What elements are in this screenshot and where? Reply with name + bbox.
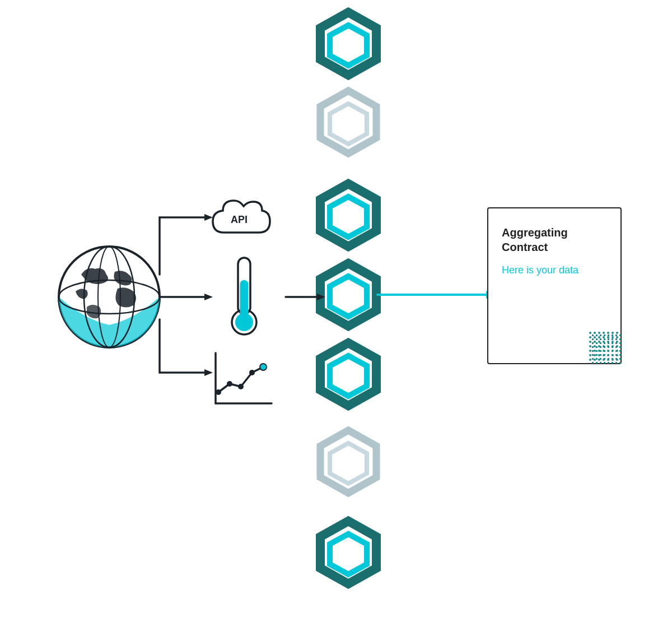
svg-rect-37 — [588, 331, 620, 363]
svg-text:API: API — [231, 214, 248, 225]
svg-marker-9 — [330, 356, 367, 396]
thermometer-icon — [232, 258, 256, 334]
svg-rect-35 — [588, 331, 620, 363]
contract-title: Aggregating Contract — [488, 208, 620, 260]
svg-point-25 — [235, 313, 253, 331]
svg-point-29 — [216, 389, 221, 395]
svg-marker-20 — [204, 369, 213, 376]
svg-marker-13 — [330, 534, 367, 574]
hexagon-1 — [320, 12, 376, 75]
svg-point-30 — [227, 381, 232, 387]
svg-point-15 — [59, 280, 160, 314]
svg-marker-11 — [330, 443, 367, 484]
diagram-container: API — [0, 0, 672, 632]
contract-card: Aggregating Contract Here is your data — [487, 207, 622, 364]
hexagon-2 — [320, 91, 376, 154]
hexagon-3 — [320, 184, 376, 247]
svg-marker-3 — [330, 104, 367, 144]
svg-marker-19 — [204, 294, 213, 300]
svg-point-33 — [260, 364, 267, 370]
svg-point-31 — [238, 384, 244, 389]
hexagon-5 — [320, 343, 376, 406]
hexagon-6 — [320, 430, 376, 493]
api-cloud-icon: API — [213, 201, 270, 233]
hexagon-7 — [320, 521, 376, 584]
svg-marker-1 — [330, 25, 367, 66]
hexagon-4 — [320, 263, 376, 326]
svg-point-32 — [249, 370, 255, 375]
svg-marker-5 — [330, 197, 367, 237]
chart-icon — [216, 353, 272, 403]
svg-marker-7 — [330, 276, 367, 317]
contract-data-text: Here is your data — [488, 260, 620, 281]
svg-marker-18 — [204, 214, 213, 221]
globe-icon — [59, 247, 160, 347]
